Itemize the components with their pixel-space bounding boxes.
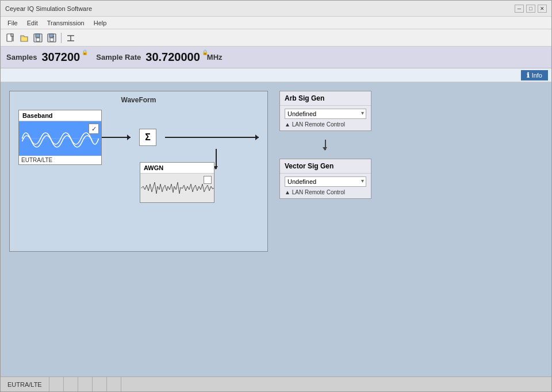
info-icon: ℹ xyxy=(527,71,530,79)
status-item-2 xyxy=(49,377,64,391)
sample-rate-value: 30.720000 🔒 xyxy=(145,51,200,64)
instrument-connector xyxy=(279,140,371,150)
window-title: Ceyear IQ Simulation Software xyxy=(5,5,92,12)
info-bar: ℹ Info xyxy=(1,68,551,82)
menu-file[interactable]: File xyxy=(3,18,22,28)
awgn-preview xyxy=(140,174,214,202)
toolbar: + xyxy=(1,29,551,47)
samples-value: 307200 🔒 xyxy=(41,51,80,64)
baseband-signal-name: EUTRA/LTE xyxy=(19,156,101,164)
vector-sig-gen-select[interactable]: Undefined xyxy=(285,176,366,187)
main-area: WaveForm Baseband xyxy=(1,82,551,376)
status-item-3 xyxy=(64,377,78,391)
svg-rect-3 xyxy=(36,34,40,37)
flow-arrow-1 xyxy=(102,137,131,138)
awgn-section: AWGN xyxy=(125,174,200,216)
sample-rate-unit: MHz xyxy=(207,53,223,62)
title-bar: Ceyear IQ Simulation Software ─ □ ✕ xyxy=(1,1,551,17)
svg-rect-1 xyxy=(11,34,13,36)
instruments-panel: Arb Sig Gen Undefined ▲ LAN Remote Contr… xyxy=(279,91,371,199)
sample-rate-label: Sample Rate xyxy=(96,53,141,62)
samples-bar: Samples 307200 🔒 Sample Rate 30.720000 🔒… xyxy=(1,47,551,68)
arb-sig-gen-select[interactable]: Undefined xyxy=(285,109,366,119)
new-button[interactable] xyxy=(4,32,17,44)
info-button[interactable]: ℹ Info xyxy=(521,70,548,80)
status-item-6 xyxy=(107,377,121,391)
vector-sig-gen-box: Vector Sig Gen Undefined ▲ LAN Remote Co… xyxy=(279,159,371,199)
svg-rect-4 xyxy=(36,38,40,41)
lan-icon-2: ▲ xyxy=(285,189,292,195)
svg-rect-7 xyxy=(50,38,53,41)
awgn-title: AWGN xyxy=(140,163,214,174)
toolbar-separator xyxy=(61,33,62,43)
status-item-5 xyxy=(93,377,107,391)
vector-sig-gen-title: Vector Sig Gen xyxy=(280,159,371,174)
save-as-button[interactable]: + xyxy=(45,32,58,44)
awgn-block[interactable]: AWGN xyxy=(140,162,214,203)
svg-text:+: + xyxy=(52,34,55,38)
baseband-block[interactable]: Baseband ✓ xyxy=(18,110,102,165)
sigma-block: Σ xyxy=(139,129,156,146)
close-button[interactable]: ✕ xyxy=(538,5,547,13)
baseband-preview: ✓ xyxy=(19,121,101,156)
sample-rate-lock-icon: 🔒 xyxy=(202,49,208,55)
arb-sig-gen-select-wrapper[interactable]: Undefined xyxy=(285,109,366,119)
menu-bar: File Edit Transmission Help xyxy=(1,17,551,29)
layout-button[interactable] xyxy=(64,32,77,44)
menu-transmission[interactable]: Transmission xyxy=(43,18,89,28)
baseband-checkbox[interactable]: ✓ xyxy=(89,124,99,134)
menu-edit[interactable]: Edit xyxy=(22,18,43,28)
waveform-box: WaveForm Baseband xyxy=(9,91,268,252)
minimize-button[interactable]: ─ xyxy=(515,5,524,13)
vector-sig-gen-footer: ▲ LAN Remote Control xyxy=(280,187,371,198)
samples-lock-icon: 🔒 xyxy=(82,49,88,55)
vector-sig-gen-select-wrapper[interactable]: Undefined xyxy=(285,176,366,187)
arb-sig-gen-title: Arb Sig Gen xyxy=(280,91,371,106)
baseband-title: Baseband xyxy=(19,110,101,121)
status-item-eutra: EUTRA/LTE xyxy=(1,377,49,391)
status-bar: EUTRA/LTE xyxy=(1,376,551,391)
arb-sig-gen-box: Arb Sig Gen Undefined ▲ LAN Remote Contr… xyxy=(279,91,371,131)
awgn-checkbox[interactable] xyxy=(204,176,212,184)
menu-help[interactable]: Help xyxy=(89,18,112,28)
waveform-title: WaveForm xyxy=(16,96,262,104)
main-window: Ceyear IQ Simulation Software ─ □ ✕ File… xyxy=(0,0,552,392)
samples-label: Samples xyxy=(6,53,37,62)
flow-arrow-2 xyxy=(165,137,259,138)
maximize-button[interactable]: □ xyxy=(526,5,535,13)
arb-sig-gen-footer: ▲ LAN Remote Control xyxy=(280,119,371,130)
status-item-4 xyxy=(78,377,93,391)
save-button[interactable] xyxy=(32,32,44,44)
open-button[interactable] xyxy=(18,32,30,44)
window-controls: ─ □ ✕ xyxy=(515,5,547,13)
lan-icon: ▲ xyxy=(285,121,292,128)
